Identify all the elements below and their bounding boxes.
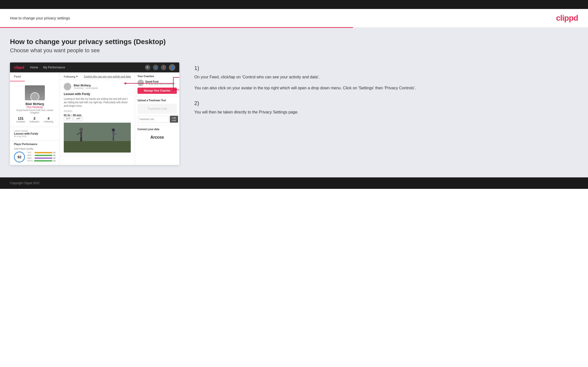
instruction-block-1: 1) On your Feed, click/tap on 'Control w… xyxy=(194,65,578,91)
stat-followers-label: Followers xyxy=(30,120,39,123)
instruction-1-text-2: You can also click on your avatar in the… xyxy=(194,85,578,91)
post-title: Lesson with Fordy xyxy=(64,92,131,96)
app-nav-icons: 🔍 👤 📍 👤 xyxy=(145,64,175,71)
feed-tab[interactable]: Feed xyxy=(10,72,25,81)
add-link-button[interactable]: Add Link xyxy=(170,116,178,123)
content-row: clippd Home My Performance 🔍 👤 📍 👤 xyxy=(10,62,578,165)
trackman-title: Upload a Trackman Test xyxy=(137,99,177,102)
user-avatar-area xyxy=(25,85,45,100)
logo: clippd xyxy=(556,13,578,23)
nav-my-performance[interactable]: My Performance xyxy=(43,66,65,69)
bar-putt: PUTT 96 xyxy=(27,160,56,162)
player-perf-title: Player Performance xyxy=(14,143,56,146)
user-avatar xyxy=(30,92,39,100)
chevron-down-icon: ▾ xyxy=(76,75,78,78)
trackman-placeholder-text: Trackman Link xyxy=(147,107,167,110)
svg-rect-2 xyxy=(64,123,131,141)
search-icon[interactable]: 🔍 xyxy=(145,65,150,70)
user-icon[interactable]: 👤 xyxy=(153,65,158,70)
tag-app: APP xyxy=(74,117,83,121)
svg-rect-7 xyxy=(81,137,82,141)
quality-circle: 92 xyxy=(14,152,25,162)
svg-point-8 xyxy=(112,128,115,132)
svg-rect-11 xyxy=(113,137,113,141)
instruction-block-2: 2) You will then be taken directly to th… xyxy=(194,100,578,115)
middle-panel: Following ▾ Control who can see your act… xyxy=(60,72,135,165)
bar-app: APP 85 xyxy=(27,154,56,157)
control-link[interactable]: Control who can see your activity and da… xyxy=(84,75,131,78)
app-body: Feed Blair McHarg Plus Handicap Royal No… xyxy=(10,72,179,165)
instruction-2-num: 2) xyxy=(194,100,578,106)
footer: Copyright Clippd 2022 xyxy=(0,177,588,189)
app-nav-links: Home My Performance xyxy=(30,66,145,69)
trackman-placeholder: Trackman Link xyxy=(137,104,177,114)
avatar-icon[interactable]: 👤 xyxy=(169,64,175,71)
latest-activity-label: Latest Activity xyxy=(14,130,56,132)
page-heading: How to change your privacy settings (Des… xyxy=(10,38,578,46)
coach-avatar xyxy=(137,80,144,86)
instruction-2-text: You will then be taken directly to the P… xyxy=(194,109,578,115)
svg-rect-6 xyxy=(80,137,81,141)
manage-coaches-button[interactable]: Manage Your Coaches xyxy=(137,88,177,94)
trackman-input-row: Add Link xyxy=(137,116,177,123)
main-content: How to change your privacy settings (Des… xyxy=(0,28,588,177)
instruction-1-num: 1) xyxy=(194,65,578,71)
instructions: 1) On your Feed, click/tap on 'Control w… xyxy=(189,62,578,124)
bar-arg: ARG 86 xyxy=(27,157,56,159)
stat-activities-label: Activities xyxy=(16,120,25,123)
following-button[interactable]: Following ▾ xyxy=(64,75,78,78)
app-navbar: clippd Home My Performance 🔍 👤 📍 👤 xyxy=(10,62,179,72)
page-subheading: Choose what you want people to see xyxy=(10,47,578,54)
stat-activities-num: 131 xyxy=(16,116,25,120)
coach-name: David Ford xyxy=(145,80,174,83)
svg-rect-12 xyxy=(113,137,114,141)
user-name: Blair McHarg xyxy=(14,102,56,106)
app-logo: clippd xyxy=(14,65,24,69)
latest-activity-name: Lesson with Fordy xyxy=(14,132,56,135)
instruction-1-text: On your Feed, click/tap on 'Control who … xyxy=(194,74,578,80)
following-row: Following ▾ Control who can see your act… xyxy=(60,72,135,80)
stat-following: 4 Following xyxy=(44,116,53,123)
svg-rect-9 xyxy=(113,132,114,137)
stat-followers: 3 Followers xyxy=(30,116,39,123)
post-description: Looking to feel like my hands are exitin… xyxy=(64,97,131,108)
coaches-title: Your Coaches xyxy=(137,75,177,78)
quality-bars: OTT 90 APP 85 xyxy=(27,152,56,162)
svg-point-3 xyxy=(79,128,83,131)
coach-club: 📍 Royal North Devon Golf Club xyxy=(145,83,174,85)
stat-activities: 131 Activities xyxy=(16,116,25,123)
post-duration-label: Duration xyxy=(64,110,131,112)
post-avatar xyxy=(64,83,71,90)
coach-item: David Ford 📍 Royal North Devon Golf Club xyxy=(137,80,177,86)
connect-section: Connect your data Arccos xyxy=(135,125,179,145)
user-club: Royal North Devon Golf Club, United King… xyxy=(14,109,56,114)
post-user-info: Blair McHarg Yesterday · Sunningdale xyxy=(74,84,131,89)
stat-following-num: 4 xyxy=(44,116,53,120)
quality-label: Total Player Quality xyxy=(14,148,56,150)
bar-ott: OTT 90 xyxy=(27,152,56,154)
copyright: Copyright Clippd 2022 xyxy=(10,181,40,185)
left-panel: Feed Blair McHarg Plus Handicap Royal No… xyxy=(10,72,60,165)
quality-row: 92 OTT 90 APP xyxy=(14,152,56,162)
following-label: Following xyxy=(64,75,75,78)
user-card: Blair McHarg Plus Handicap Royal North D… xyxy=(10,81,60,127)
stat-following-label: Following xyxy=(44,120,53,123)
post-header: Blair McHarg Yesterday · Sunningdale xyxy=(64,83,131,90)
header: How to change your privacy settings clip… xyxy=(0,9,588,27)
screenshot-wrapper: clippd Home My Performance 🔍 👤 📍 👤 xyxy=(10,62,179,165)
latest-activity: Latest Activity Lesson with Fordy 03 Aug… xyxy=(10,127,60,140)
coach-info: David Ford 📍 Royal North Devon Golf Club xyxy=(145,80,174,85)
connect-title: Connect your data xyxy=(137,128,177,131)
location-icon[interactable]: 📍 xyxy=(161,65,166,70)
trackman-section: Upload a Trackman Test Trackman Link Add… xyxy=(135,97,179,125)
nav-home[interactable]: Home xyxy=(30,66,38,69)
latest-activity-date: 03 Aug 2022 xyxy=(14,135,56,138)
post-duration-value: 01 hr : 30 min xyxy=(64,114,131,117)
app-screenshot: clippd Home My Performance 🔍 👤 📍 👤 xyxy=(10,62,179,165)
top-bar xyxy=(0,0,588,9)
post-location: Yesterday · Sunningdale xyxy=(74,87,131,89)
header-title: How to change your privacy settings xyxy=(10,16,70,20)
trackman-input[interactable] xyxy=(137,116,169,123)
right-panel: Your Coaches David Ford 📍 Royal North De… xyxy=(135,72,179,165)
post-tags: OTT APP xyxy=(64,117,131,121)
